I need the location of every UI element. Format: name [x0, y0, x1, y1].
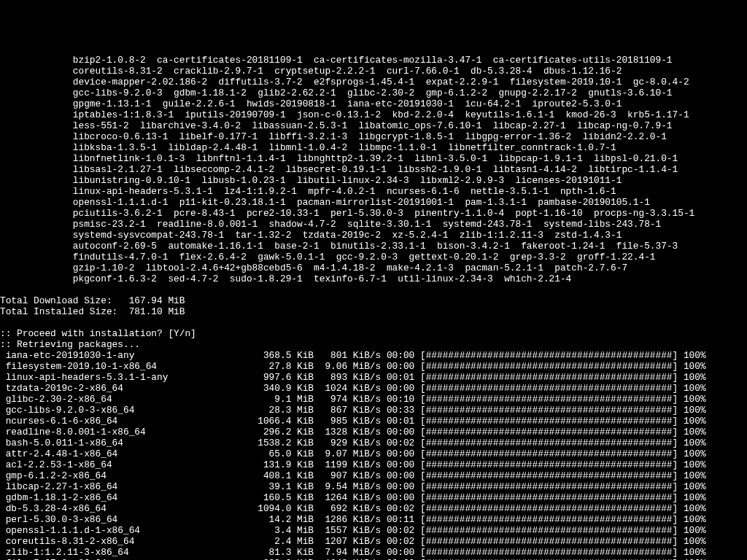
terminal-output: bzip2-1.0.8-2 ca-certificates-20181109-1…: [0, 55, 747, 560]
